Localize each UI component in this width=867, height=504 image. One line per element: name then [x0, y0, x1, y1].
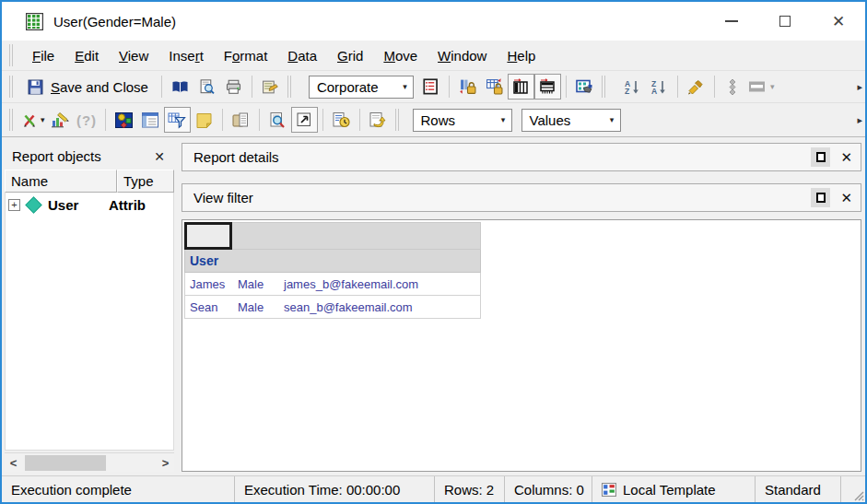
- maximize-button[interactable]: [758, 2, 812, 41]
- menu-grid[interactable]: Grid: [327, 48, 373, 64]
- grid-cell[interactable]: Sean: [185, 300, 238, 314]
- row-headers-icon: [538, 78, 557, 95]
- column-header-name[interactable]: Name: [5, 170, 117, 193]
- values-combobox[interactable]: Values ▾: [521, 109, 621, 132]
- expand-icon[interactable]: +: [8, 199, 20, 211]
- report-data-button[interactable]: [137, 107, 164, 133]
- maximize-pane-icon: [816, 193, 826, 203]
- formatting-button[interactable]: ▾: [19, 107, 47, 133]
- notes-button[interactable]: [191, 107, 217, 133]
- menu-file[interactable]: File: [22, 48, 64, 64]
- report-objects-panel: Report objects ✕ Name Type +UserAttrib <…: [5, 143, 174, 472]
- grid-cell[interactable]: Male: [238, 300, 284, 314]
- grid-row-header[interactable]: User: [184, 250, 481, 273]
- toolbar-gripper[interactable]: [9, 76, 13, 98]
- autostyle-value: Corporate: [317, 79, 379, 95]
- related-reports-button[interactable]: [291, 107, 318, 133]
- history-icon: [332, 111, 351, 129]
- svg-text:Z: Z: [625, 87, 629, 96]
- view-filter-button[interactable]: [164, 107, 191, 133]
- menu-view[interactable]: View: [109, 48, 158, 64]
- view-filter-pane: View filter ✕: [182, 183, 861, 212]
- help-mode-button[interactable]: (?): [74, 107, 100, 133]
- menu-edit[interactable]: Edit: [64, 48, 109, 64]
- sql-view-button[interactable]: [264, 107, 291, 133]
- autofit-button[interactable]: [571, 74, 598, 100]
- menu-data[interactable]: Data: [277, 48, 327, 64]
- scroll-left-icon[interactable]: <: [5, 456, 22, 470]
- separator: [105, 109, 106, 131]
- toolbar-gripper[interactable]: [602, 76, 612, 98]
- drill-button[interactable]: [683, 74, 709, 100]
- menu-insert[interactable]: Insert: [158, 48, 214, 64]
- sort-descending-button[interactable]: Z A: [646, 74, 673, 100]
- subtotals-button[interactable]: ▾: [746, 74, 777, 100]
- open-book-icon: [171, 80, 189, 94]
- object-browser-icon: [114, 111, 134, 129]
- properties-button[interactable]: [257, 74, 284, 100]
- menu-help[interactable]: Help: [497, 48, 545, 64]
- tree-item-user[interactable]: +UserAttrib: [6, 193, 173, 215]
- lock-column-headers-button[interactable]: [481, 74, 508, 100]
- menu-move[interactable]: Move: [373, 48, 428, 64]
- grid-cell[interactable]: Male: [238, 277, 284, 291]
- resize-grip-icon[interactable]: [851, 488, 864, 501]
- report-details-close-button[interactable]: ✕: [840, 150, 852, 164]
- grid-data-row[interactable]: SeanMalesean_b@fakeemail.com: [184, 296, 481, 319]
- toolbar-gripper[interactable]: [9, 109, 13, 131]
- toolbar-gripper[interactable]: [395, 109, 405, 131]
- column-headers-button[interactable]: [508, 74, 534, 100]
- merge-cells-button[interactable]: [720, 74, 746, 100]
- toolbar-gripper[interactable]: [9, 44, 13, 66]
- separator: [566, 76, 567, 98]
- grid-column-header-band[interactable]: [232, 222, 481, 250]
- menu-format[interactable]: Format: [214, 48, 278, 64]
- window-controls: ✕: [705, 2, 865, 41]
- grid-cell[interactable]: james_b@fakeemail.com: [284, 277, 480, 291]
- lock-row-headers-button[interactable]: [454, 74, 481, 100]
- separator: [714, 76, 715, 98]
- sort-ascending-button[interactable]: A Z: [619, 74, 646, 100]
- design-view-button[interactable]: [47, 107, 74, 133]
- close-button[interactable]: ✕: [812, 2, 865, 41]
- autofit-icon: [575, 78, 593, 95]
- object-browser-button[interactable]: [111, 107, 137, 133]
- toolbar-gripper[interactable]: [287, 76, 298, 98]
- grid-body: JamesMalejames_b@fakeemail.comSeanMalese…: [184, 273, 481, 319]
- toolbar-overflow-chevron[interactable]: ▸: [857, 81, 862, 93]
- view-filter-icon: [168, 111, 187, 129]
- reexecute-icon: [369, 111, 388, 129]
- history-button[interactable]: [328, 107, 355, 133]
- chevron-down-icon: ▾: [397, 82, 413, 91]
- grid-cell[interactable]: James: [185, 277, 238, 291]
- grid-data-row[interactable]: JamesMalejames_b@fakeemail.com: [184, 273, 481, 296]
- local-template-icon: [602, 483, 616, 497]
- print-preview-icon: [199, 79, 215, 95]
- horizontal-scrollbar[interactable]: < >: [5, 452, 174, 472]
- row-headers-button[interactable]: [534, 74, 561, 100]
- reexecute-button[interactable]: [365, 107, 392, 133]
- view-filter-maximize-button[interactable]: [811, 188, 830, 207]
- rows-combobox[interactable]: Rows ▾: [413, 109, 512, 132]
- grid-cell[interactable]: sean_b@fakeemail.com: [284, 300, 480, 314]
- column-header-type[interactable]: Type: [117, 170, 174, 193]
- grid-options-button[interactable]: [417, 74, 444, 100]
- print-preview-button[interactable]: [193, 74, 220, 100]
- report-details-maximize-button[interactable]: [811, 147, 830, 167]
- print-button[interactable]: [220, 74, 247, 100]
- lock-column-headers-icon: [486, 78, 503, 95]
- save-and-close-button[interactable]: Save and Close: [19, 74, 157, 100]
- selected-grid-cell[interactable]: [184, 222, 232, 250]
- view-filter-close-button[interactable]: ✕: [840, 191, 852, 205]
- report-objects-close-button[interactable]: ✕: [148, 149, 170, 164]
- contents-button[interactable]: [167, 74, 193, 100]
- status-execution-time: Execution Time: 00:00:00: [235, 476, 435, 502]
- report-details-title: Report details: [193, 149, 279, 165]
- report-details-button[interactable]: [228, 107, 254, 133]
- toolbar-overflow-chevron[interactable]: ▸: [857, 114, 862, 126]
- scrollbar-thumb[interactable]: [25, 455, 106, 471]
- minimize-button[interactable]: [705, 2, 758, 41]
- autostyle-combobox[interactable]: Corporate ▾: [309, 76, 414, 99]
- menu-window[interactable]: Window: [428, 48, 497, 64]
- scroll-right-icon[interactable]: >: [157, 456, 174, 470]
